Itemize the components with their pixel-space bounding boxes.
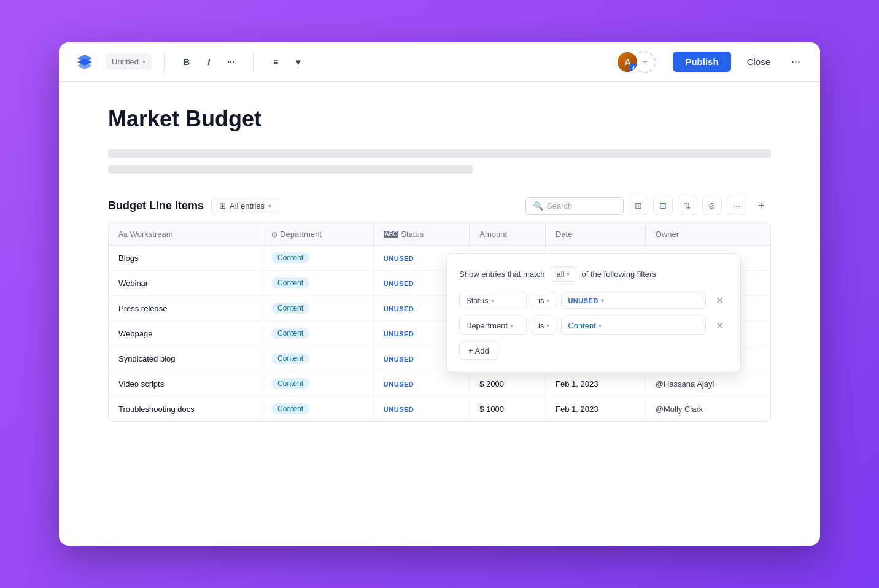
- status-badge: UNUSED: [384, 280, 414, 287]
- status-badge: UNUSED: [384, 406, 414, 413]
- cell-workstream: Blogs: [109, 246, 261, 271]
- department-badge: Content: [271, 277, 309, 288]
- more-options-button[interactable]: ···: [786, 53, 805, 71]
- align-group: ≡ ▾: [266, 52, 308, 72]
- doc-selector-text: Untitled: [112, 57, 139, 66]
- avatar-group: A J +: [616, 51, 656, 73]
- filter-field-status[interactable]: Status ▾: [459, 292, 527, 309]
- hide-fields-button[interactable]: ⊘: [702, 196, 722, 215]
- col-workstream: Aa Workstream: [109, 223, 261, 246]
- cell-workstream: Video scripts: [109, 371, 261, 397]
- filter-show-label: Show entries that match: [459, 269, 544, 279]
- grid-icon: ⊞: [219, 201, 226, 211]
- filter-field-dept-label: Department: [466, 321, 508, 330]
- table-header-row: Aa Workstream ⊙ Department: [109, 223, 770, 246]
- search-icon: 🔍: [533, 201, 543, 211]
- cell-department: Content: [261, 346, 374, 371]
- cell-amount: $ 1000: [470, 397, 546, 422]
- filter-row-status: Status ▾ is ▾ UNUSED ▾ ✕: [459, 292, 728, 309]
- filter-field-dept[interactable]: Department ▾: [459, 317, 527, 335]
- filter-remove-dept[interactable]: ✕: [711, 317, 728, 335]
- cell-department: Content: [261, 321, 374, 346]
- all-entries-button[interactable]: ⊞ All entries ▾: [211, 198, 279, 214]
- close-button[interactable]: Close: [741, 52, 776, 72]
- chevron-down-icon: ▾: [142, 58, 145, 65]
- database-title: Budget Line Items: [108, 199, 204, 212]
- chevron-down-icon-align: ▾: [296, 57, 300, 67]
- table-wrapper: Show entries that match all ▾ of the fol…: [108, 223, 771, 422]
- filter-button[interactable]: ⊟: [653, 196, 673, 215]
- table-row: Video scripts Content UNUSED $ 2000 Feb …: [109, 371, 770, 397]
- status-badge: UNUSED: [384, 381, 414, 388]
- database-header: Budget Line Items ⊞ All entries ▾ 🔍 Sear…: [108, 196, 771, 215]
- text-icon: Aa: [118, 230, 128, 239]
- search-placeholder: Search: [547, 201, 572, 211]
- cell-department: Content: [261, 296, 374, 321]
- database-section: Budget Line Items ⊞ All entries ▾ 🔍 Sear…: [108, 196, 771, 422]
- chevron-down-icon-op1: ▾: [546, 297, 549, 304]
- col-department: ⊙ Department: [261, 223, 374, 246]
- toolbar: Untitled ▾ B I ··· ≡ ▾ A J + Publish Clo…: [59, 42, 820, 82]
- filter-value-status[interactable]: UNUSED ▾: [561, 293, 706, 309]
- italic-button[interactable]: I: [199, 52, 219, 72]
- doc-selector[interactable]: Untitled ▾: [106, 53, 152, 70]
- filter-overlay: Show entries that match all ▾ of the fol…: [446, 253, 741, 373]
- chevron-down-icon-val1: ▾: [601, 297, 605, 304]
- add-column-button[interactable]: +: [751, 196, 771, 215]
- filter-suffix-label: of the following filters: [581, 269, 656, 279]
- search-box[interactable]: 🔍 Search: [525, 197, 624, 215]
- align-more-button[interactable]: ▾: [288, 52, 308, 72]
- align-button[interactable]: ≡: [266, 52, 285, 72]
- main-window: Untitled ▾ B I ··· ≡ ▾ A J + Publish Clo…: [59, 42, 820, 546]
- grid-view-button[interactable]: ⊞: [629, 196, 648, 215]
- status-badge: UNUSED: [384, 330, 414, 338]
- db-title-row: Budget Line Items ⊞ All entries ▾: [108, 198, 279, 214]
- more-db-button[interactable]: ···: [727, 196, 746, 215]
- abc-icon: ABC: [384, 231, 399, 238]
- cell-workstream: Syndicated blog: [109, 346, 261, 371]
- col-date: Date: [546, 223, 646, 246]
- avatar-badge: J: [629, 63, 637, 72]
- page-content: Market Budget Budget Line Items ⊞ All en…: [59, 82, 820, 422]
- filter-title-row: Show entries that match all ▾ of the fol…: [459, 266, 728, 282]
- format-group: B I ···: [177, 52, 241, 72]
- filter-field-status-label: Status: [466, 296, 489, 305]
- chevron-down-icon-field1: ▾: [491, 297, 494, 304]
- toolbar-divider-2: [253, 52, 254, 72]
- skeleton-line-2: [108, 165, 473, 174]
- status-badge: UNUSED: [384, 355, 414, 363]
- department-badge: Content: [271, 252, 309, 263]
- status-badge: UNUSED: [384, 305, 414, 312]
- add-filter-button[interactable]: + Add: [459, 342, 498, 360]
- toolbar-divider: [164, 52, 165, 72]
- cell-department: Content: [261, 397, 374, 422]
- filter-op-status[interactable]: is ▾: [532, 292, 556, 309]
- cell-owner: @Molly Clark: [645, 397, 770, 422]
- sort-button[interactable]: ⇅: [678, 196, 697, 215]
- cell-workstream: Webinar: [109, 271, 261, 296]
- cell-date: Feb 1, 2023: [546, 397, 646, 422]
- avatar: A J: [616, 51, 638, 73]
- publish-button[interactable]: Publish: [673, 52, 730, 72]
- filter-match-select[interactable]: all ▾: [551, 266, 575, 282]
- status-badge: UNUSED: [384, 255, 414, 262]
- chevron-down-icon-op2: ▾: [546, 322, 549, 329]
- department-badge: Content: [271, 303, 309, 314]
- table-row: Troubleshooting docs Content UNUSED $ 10…: [109, 397, 770, 422]
- filter-value-dept[interactable]: Content ▾: [561, 317, 706, 335]
- all-entries-label: All entries: [230, 201, 265, 211]
- cell-status: UNUSED: [373, 397, 469, 422]
- filter-op-dept[interactable]: is ▾: [532, 317, 556, 335]
- department-badge: Content: [271, 403, 309, 414]
- department-badge: Content: [271, 378, 309, 389]
- cell-workstream: Press release: [109, 296, 261, 321]
- db-toolbar-right: 🔍 Search ⊞ ⊟ ⇅ ⊘ ··· +: [525, 196, 771, 215]
- more-format-button[interactable]: ···: [221, 52, 241, 72]
- filter-op-dept-label: is: [538, 321, 544, 330]
- col-amount: Amount: [470, 223, 546, 246]
- filter-value-dept-label: Content: [568, 321, 596, 330]
- filter-remove-status[interactable]: ✕: [711, 292, 728, 309]
- bold-button[interactable]: B: [177, 52, 196, 72]
- filter-value-status-label: UNUSED: [568, 297, 598, 304]
- clock-icon: ⊙: [271, 230, 277, 239]
